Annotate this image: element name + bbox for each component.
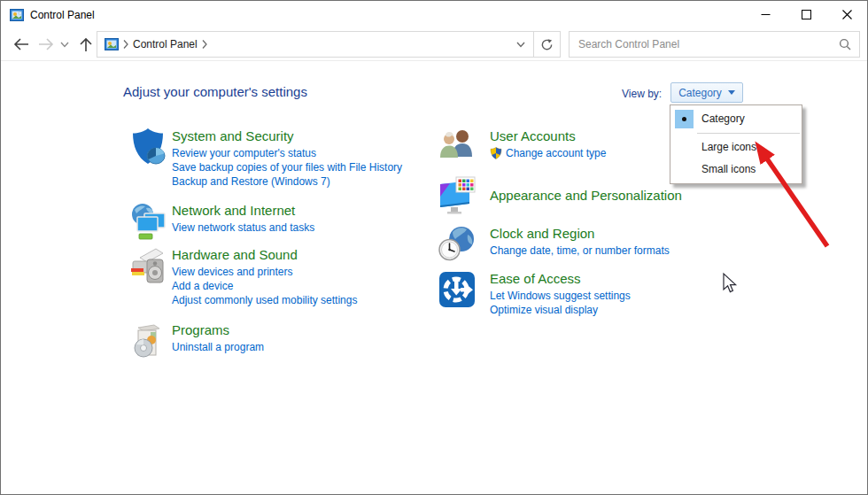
network-internet-icon[interactable] bbox=[129, 201, 168, 242]
uac-shield-icon bbox=[490, 147, 502, 159]
system-security-icon[interactable] bbox=[129, 127, 168, 167]
minimize-button[interactable] bbox=[745, 1, 786, 28]
menu-item-category[interactable]: Category bbox=[670, 108, 802, 130]
view-by-menu: Category Large icons Small icons bbox=[670, 104, 802, 184]
link-file-history[interactable]: Save backup copies of your files with Fi… bbox=[172, 160, 402, 174]
category-network-and-internet: Network and Internet View network status… bbox=[129, 201, 314, 242]
category-title-network-internet[interactable]: Network and Internet bbox=[172, 203, 314, 218]
control-panel-icon bbox=[105, 37, 119, 51]
search-icon[interactable] bbox=[839, 38, 851, 50]
address-bar[interactable]: Control Panel bbox=[97, 31, 561, 58]
category-title-hardware-sound[interactable]: Hardware and Sound bbox=[172, 247, 357, 262]
control-panel-window: Control Panel Co bbox=[0, 0, 868, 495]
up-arrow-icon bbox=[79, 37, 93, 52]
link-network-status[interactable]: View network status and tasks bbox=[172, 220, 314, 235]
minimize-icon bbox=[761, 10, 771, 19]
link-change-date-time[interactable]: Change date, time, or number formats bbox=[490, 244, 670, 258]
window-title: Control Panel bbox=[30, 9, 95, 21]
page-title: Adjust your computer's settings bbox=[123, 84, 307, 99]
control-panel-icon bbox=[10, 8, 24, 22]
refresh-button[interactable] bbox=[533, 32, 560, 57]
title-bar: Control Panel bbox=[1, 1, 867, 28]
link-change-account-type[interactable]: Change account type bbox=[490, 146, 606, 160]
category-programs: Programs Uninstall a program bbox=[129, 321, 264, 361]
close-icon bbox=[842, 10, 852, 19]
category-hardware-and-sound: Hardware and Sound View devices and prin… bbox=[129, 245, 357, 307]
maximize-button[interactable] bbox=[786, 1, 826, 28]
link-suggest-settings[interactable]: Let Windows suggest settings bbox=[490, 289, 631, 303]
category-ease-of-access: Ease of Access Let Windows suggest setti… bbox=[438, 269, 631, 317]
category-user-accounts: User Accounts Change account type bbox=[438, 127, 606, 167]
ease-of-access-icon[interactable] bbox=[438, 269, 477, 310]
chevron-down-icon bbox=[516, 42, 525, 48]
refresh-icon bbox=[540, 38, 554, 51]
category-title-ease-access[interactable]: Ease of Access bbox=[490, 271, 631, 286]
view-by-value: Category bbox=[678, 87, 722, 99]
category-clock-and-region: Clock and Region Change date, time, or n… bbox=[438, 224, 670, 265]
breadcrumb-control-panel[interactable]: Control Panel bbox=[133, 38, 198, 50]
link-review-status[interactable]: Review your computer's status bbox=[172, 146, 402, 160]
bullet-icon bbox=[682, 117, 686, 121]
link-optimize-visual[interactable]: Optimize visual display bbox=[490, 303, 631, 317]
back-arrow-icon bbox=[13, 37, 29, 51]
category-title-system-security[interactable]: System and Security bbox=[172, 128, 402, 143]
category-title-user-accounts[interactable]: User Accounts bbox=[490, 128, 606, 143]
hardware-sound-icon[interactable] bbox=[129, 245, 168, 286]
chevron-down-icon bbox=[60, 42, 69, 48]
category-system-and-security: System and Security Review your computer… bbox=[129, 127, 402, 189]
appearance-personalization-icon[interactable] bbox=[438, 175, 477, 216]
menu-item-large-icons[interactable]: Large icons bbox=[670, 136, 802, 159]
view-by-label: View by: bbox=[622, 88, 662, 100]
search-box bbox=[569, 31, 860, 58]
selected-highlight bbox=[675, 110, 694, 128]
category-title-clock-region[interactable]: Clock and Region bbox=[490, 226, 670, 241]
programs-icon[interactable] bbox=[129, 321, 168, 361]
clock-region-icon[interactable] bbox=[438, 224, 477, 265]
up-button[interactable] bbox=[74, 33, 97, 56]
dropdown-triangle-icon bbox=[728, 90, 735, 95]
forward-arrow-icon bbox=[38, 37, 54, 51]
breadcrumb-chevron-icon[interactable] bbox=[201, 39, 208, 50]
maximize-icon bbox=[802, 10, 811, 19]
back-button[interactable] bbox=[10, 33, 33, 56]
menu-separator bbox=[697, 133, 800, 134]
search-input[interactable] bbox=[570, 38, 839, 50]
link-backup-restore[interactable]: Backup and Restore (Windows 7) bbox=[172, 174, 402, 189]
view-by-dropdown[interactable]: Category bbox=[670, 82, 743, 103]
forward-button[interactable] bbox=[35, 33, 58, 56]
recent-pages-button[interactable] bbox=[56, 33, 74, 56]
address-dropdown-button[interactable] bbox=[508, 32, 533, 57]
link-devices-printers[interactable]: View devices and printers bbox=[172, 265, 357, 279]
close-button[interactable] bbox=[826, 1, 867, 28]
menu-item-small-icons[interactable]: Small icons bbox=[670, 159, 802, 181]
category-title-appearance[interactable]: Appearance and Personalization bbox=[490, 188, 682, 203]
link-mobility-settings[interactable]: Adjust commonly used mobility settings bbox=[172, 293, 357, 307]
user-accounts-icon[interactable] bbox=[438, 127, 477, 167]
link-uninstall-program[interactable]: Uninstall a program bbox=[172, 340, 264, 354]
category-appearance-personalization: Appearance and Personalization bbox=[438, 175, 682, 216]
breadcrumb-chevron-icon bbox=[122, 39, 129, 50]
category-title-programs[interactable]: Programs bbox=[172, 322, 264, 337]
link-add-device[interactable]: Add a device bbox=[172, 279, 357, 293]
